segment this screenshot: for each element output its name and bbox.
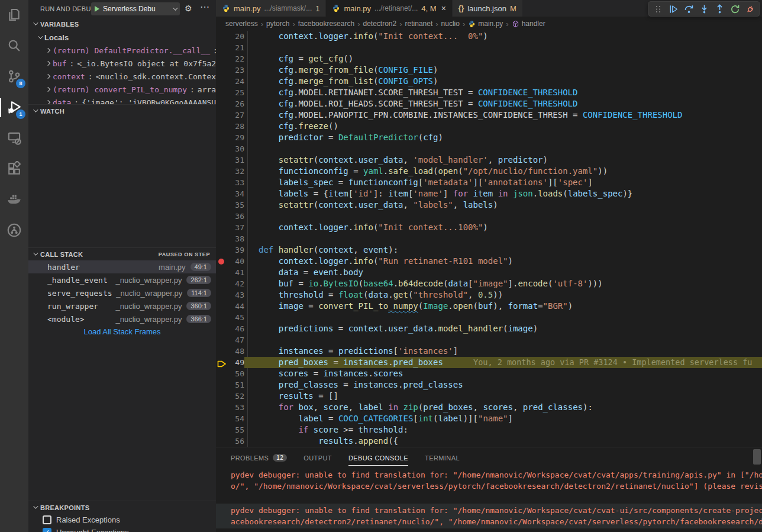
variable-row[interactable]: context: <nuclio_sdk.context.Context obj…	[28, 70, 216, 83]
code-text[interactable]: for box, score, label in zip(pred_boxes,…	[244, 402, 762, 413]
breadcrumb-item-serverless[interactable]: serverless	[225, 20, 258, 28]
breadcrumb-item-detectron2[interactable]: detectron2	[363, 20, 396, 28]
breakpoint-gutter[interactable]	[216, 323, 228, 334]
breakpoint-gutter[interactable]	[216, 391, 228, 402]
code-text[interactable]: cfg.MODEL.RETINANET.SCORE_THRESH_TEST = …	[244, 87, 762, 98]
code-editor[interactable]: 20 context.logger.info("Init context... …	[216, 31, 762, 447]
breakpoint-gutter[interactable]	[216, 166, 228, 177]
breakpoint-gutter[interactable]	[216, 211, 228, 222]
breakpoint-gutter[interactable]	[216, 424, 228, 436]
breakpoint-gutter[interactable]	[216, 346, 228, 357]
breakpoint-gutter[interactable]	[216, 368, 228, 379]
breakpoint-gutter[interactable]	[216, 132, 228, 143]
breakpoint-row[interactable]: Raised Exceptions	[28, 514, 216, 526]
breakpoint-gutter[interactable]	[216, 312, 228, 323]
breakpoint-gutter[interactable]	[216, 53, 228, 65]
activity-item-remote-explorer[interactable]	[0, 123, 28, 154]
breadcrumb-item-facebookresearch[interactable]: facebookresearch	[298, 20, 354, 28]
code-text[interactable]: threshold = float(data.get("threshold", …	[244, 289, 762, 301]
stack-frame-row[interactable]: handlermain.py49:1	[28, 260, 216, 273]
code-text[interactable]: predictions = context.user_data.model_ha…	[244, 323, 762, 334]
code-text[interactable]: scores = instances.scores	[244, 368, 762, 379]
call-stack-header[interactable]: CALL STACK PAUSED ON STEP	[28, 247, 216, 260]
disconnect-button[interactable]	[743, 2, 757, 15]
activity-item-git-graph[interactable]	[0, 215, 28, 246]
variable-row[interactable]: (return) convert_PIL_to_numpy: array([[[…	[28, 83, 216, 96]
variables-scope-locals[interactable]: Locals	[28, 31, 216, 44]
breakpoint-gutter[interactable]	[216, 154, 228, 166]
step-into-button[interactable]	[697, 2, 711, 15]
breakpoint-gutter[interactable]	[216, 278, 228, 289]
step-over-button[interactable]	[682, 2, 696, 15]
activity-item-search[interactable]	[0, 31, 28, 62]
stack-frame-row[interactable]: run_wrapper_nuclio_wrapper.py360:1	[28, 299, 216, 312]
code-text[interactable]: setattr(context.user_data, 'model_handle…	[244, 154, 762, 166]
variable-row[interactable]: (return) DefaultPredictor.__call__: {'in…	[28, 44, 216, 57]
breadcrumb-item-nuclio[interactable]: nuclio	[441, 20, 460, 28]
activity-item-docker[interactable]	[0, 185, 28, 215]
activity-item-run-and-debug[interactable]: 1	[0, 92, 28, 123]
code-text[interactable]: context.logger.info("Init context...100%…	[244, 222, 762, 233]
breakpoint-icon[interactable]	[218, 259, 224, 265]
code-text[interactable]: cfg = get_cfg()	[244, 53, 762, 65]
code-text[interactable]: cfg.freeze()	[244, 121, 762, 132]
breakpoint-gutter[interactable]	[216, 379, 228, 391]
code-text[interactable]: pred_classes = instances.pred_classes	[244, 379, 762, 391]
code-text[interactable]	[244, 312, 762, 323]
code-text[interactable]: results = []	[244, 391, 762, 402]
breakpoint-gutter[interactable]	[216, 177, 228, 188]
code-text[interactable]	[244, 42, 762, 53]
debug-config-dropdown[interactable]: Serverless Debu	[91, 2, 180, 15]
variable-row[interactable]: data: {'image': 'iVBORw0KGgoAAAANSUhE…	[28, 96, 216, 104]
code-text[interactable]	[244, 211, 762, 222]
code-text[interactable]	[244, 143, 762, 154]
editor-tab-main.py[interactable]: main.py.../siammask/...1	[216, 0, 326, 17]
breakpoint-gutter[interactable]	[216, 267, 228, 278]
code-text[interactable]: buf = io.BytesIO(base64.b64decode(data["…	[244, 278, 762, 289]
code-text[interactable]: def handler(context, event):	[244, 244, 762, 256]
step-out-button[interactable]	[712, 2, 727, 15]
code-text[interactable]: cfg.MODEL.PANOPTIC_FPN.COMBINE.INSTANCES…	[244, 109, 762, 121]
code-text[interactable]	[244, 334, 762, 346]
breakpoint-gutter[interactable]	[216, 244, 228, 256]
gear-icon[interactable]: ⚙	[185, 4, 192, 13]
breakpoint-gutter[interactable]	[216, 42, 228, 53]
code-text[interactable]: setattr(context.user_data, "labels", lab…	[244, 199, 762, 211]
code-text[interactable]: image = convert_PIL_to_numpy(Image.open(…	[244, 301, 762, 312]
breakpoint-gutter[interactable]	[216, 357, 228, 368]
breakpoint-gutter[interactable]	[216, 301, 228, 312]
breakpoint-gutter[interactable]	[216, 436, 228, 447]
activity-item-source-control[interactable]: 8	[0, 62, 28, 92]
code-text[interactable]: labels_spec = functionconfig['metadata']…	[244, 177, 762, 188]
code-text[interactable]: context.logger.info("Init context... 0%"…	[244, 31, 762, 42]
breakpoints-header[interactable]: BREAKPOINTS	[28, 501, 216, 514]
code-text[interactable]: labels = {item['id']: item['name'] for i…	[244, 188, 762, 199]
stack-frame-row[interactable]: serve_requests_nuclio_wrapper.py114:1	[28, 286, 216, 299]
breakpoint-gutter[interactable]	[216, 188, 228, 199]
breadcrumb-item-main.py[interactable]: main.py	[468, 20, 503, 28]
code-text[interactable]	[244, 233, 762, 244]
breakpoint-gutter[interactable]	[216, 31, 228, 42]
watch-header[interactable]: WATCH	[28, 104, 216, 117]
breakpoint-gutter[interactable]	[216, 289, 228, 301]
restart-button[interactable]	[728, 2, 742, 15]
stack-frame-row[interactable]: _handle_event_nuclio_wrapper.py262:1	[28, 273, 216, 286]
activity-item-explorer[interactable]	[0, 0, 28, 31]
breakpoint-gutter[interactable]	[216, 65, 228, 76]
breakpoint-gutter[interactable]	[216, 76, 228, 87]
code-text[interactable]: if score >= threshold:	[244, 424, 762, 436]
code-text[interactable]: label = COCO_CATEGORIES[int(label)]["nam…	[244, 413, 762, 424]
variables-header[interactable]: VARIABLES	[28, 18, 216, 31]
activity-item-extensions[interactable]	[0, 154, 28, 185]
panel-tab-terminal[interactable]: TERMINAL	[425, 447, 460, 468]
checkbox[interactable]	[43, 515, 51, 524]
console-scrollbar[interactable]	[753, 449, 761, 465]
code-text[interactable]: functionconfig = yaml.safe_load(open("/o…	[244, 166, 762, 177]
breakpoint-gutter[interactable]	[216, 402, 228, 413]
code-text[interactable]: cfg.MODEL.ROI_HEADS.SCORE_THRESH_TEST = …	[244, 98, 762, 109]
breakpoint-gutter[interactable]	[216, 87, 228, 98]
editor-tab-main.py[interactable]: main.py.../retinanet/...4, M×	[326, 0, 452, 17]
breakpoint-gutter[interactable]	[216, 109, 228, 121]
breakpoint-gutter[interactable]	[216, 143, 228, 154]
checkbox[interactable]: ✓	[43, 528, 51, 532]
